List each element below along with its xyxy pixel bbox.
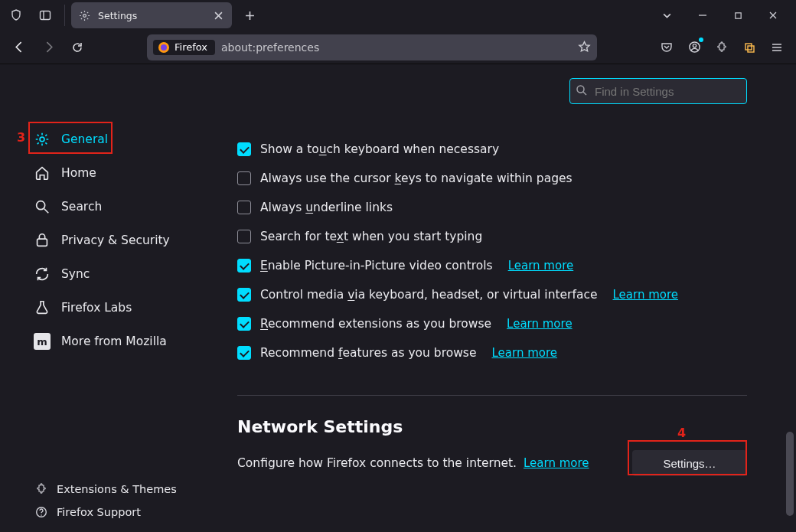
checkbox[interactable] — [237, 259, 251, 273]
search-icon — [34, 198, 51, 215]
network-settings-heading: Network Settings — [237, 417, 747, 436]
forward-button[interactable] — [35, 34, 61, 60]
preferences-content: General Home Search Privacy & Security S… — [0, 64, 796, 532]
option-label: Recommend features as you browse — [260, 346, 476, 360]
url-text: about:preferences — [221, 41, 572, 54]
navigation-bar: Firefox about:preferences — [0, 31, 796, 64]
bookmark-star-icon[interactable] — [578, 41, 591, 54]
checkbox[interactable] — [237, 171, 251, 185]
svg-point-2 — [83, 14, 86, 17]
sidebar-item-label: More from Mozilla — [61, 335, 167, 348]
option-pip: Enable Picture-in-Picture video controls… — [237, 251, 747, 280]
learn-more-link[interactable]: Learn more — [612, 288, 678, 302]
hamburger-menu[interactable] — [764, 34, 790, 60]
svg-rect-0 — [41, 11, 51, 20]
settings-main: Show a touch keyboard when necessary Alw… — [214, 64, 796, 532]
close-tab-icon[interactable] — [212, 9, 224, 21]
learn-more-link[interactable]: Learn more — [508, 259, 574, 273]
option-recommend-extensions: Recommend extensions as you browse Learn… — [237, 309, 747, 338]
identity-block[interactable]: Firefox — [153, 40, 215, 55]
sidebar-item-sync[interactable]: Sync — [31, 257, 214, 291]
checkbox[interactable] — [237, 230, 251, 243]
svg-line-12 — [583, 92, 586, 95]
learn-more-link[interactable]: Learn more — [524, 456, 589, 470]
sidebar-item-labs[interactable]: Firefox Labs — [31, 291, 214, 325]
account-icon[interactable] — [681, 34, 707, 60]
svg-rect-9 — [745, 44, 752, 50]
sidebar-item-label: Sync — [61, 267, 90, 281]
sidebar-item-label: General — [61, 132, 108, 146]
checkbox[interactable] — [237, 142, 251, 156]
identity-label: Firefox — [175, 41, 207, 53]
svg-point-6 — [161, 44, 167, 51]
window-maximize[interactable] — [721, 3, 755, 28]
svg-point-18 — [41, 514, 42, 516]
option-cursor-keys: Always use the cursor keys to navigate w… — [237, 164, 747, 193]
svg-rect-16 — [38, 239, 47, 246]
link-label: Firefox Support — [57, 506, 141, 518]
window-close[interactable] — [756, 3, 790, 28]
svg-point-14 — [37, 201, 45, 210]
sidebar-item-home[interactable]: Home — [31, 156, 214, 190]
puzzle-icon — [35, 483, 47, 495]
settings-sidebar: General Home Search Privacy & Security S… — [0, 64, 214, 532]
settings-search-input[interactable] — [569, 78, 747, 104]
sidebar-item-privacy[interactable]: Privacy & Security — [31, 224, 214, 257]
option-label: Recommend extensions as you browse — [260, 317, 491, 331]
svg-point-13 — [40, 137, 44, 142]
browser-tab[interactable]: Settings — [71, 2, 232, 28]
annotation-number-3: 3 — [17, 130, 25, 145]
divider — [237, 395, 747, 396]
mozilla-icon: m — [34, 333, 51, 350]
learn-more-link[interactable]: Learn more — [491, 346, 557, 360]
reload-button[interactable] — [64, 34, 90, 60]
window-minimize[interactable] — [686, 3, 719, 28]
option-label: Enable Picture-in-Picture video controls — [260, 259, 493, 273]
sync-icon — [34, 266, 51, 282]
sidebar-toggle-icon[interactable] — [32, 3, 58, 28]
help-icon — [35, 506, 47, 518]
checkbox[interactable] — [237, 288, 251, 302]
firefox-support-link[interactable]: Firefox Support — [35, 506, 177, 518]
gear-icon — [34, 131, 51, 148]
gear-icon — [79, 10, 90, 21]
link-label: Extensions & Themes — [57, 483, 177, 495]
svg-point-8 — [693, 44, 696, 47]
option-label: Control media via keyboard, headset, or … — [260, 288, 597, 302]
tab-title: Settings — [98, 10, 204, 21]
new-tab-button[interactable] — [238, 4, 261, 27]
pocket-icon[interactable] — [654, 34, 680, 60]
back-button[interactable] — [6, 34, 32, 60]
sidebar-item-label: Home — [61, 166, 96, 180]
sidebar-item-general[interactable]: General — [31, 122, 214, 156]
option-label: Search for text when you start typing — [260, 230, 482, 243]
checkbox[interactable] — [237, 317, 251, 331]
sidebar-item-search[interactable]: Search — [31, 190, 214, 224]
svg-rect-10 — [748, 46, 754, 52]
option-label: Show a touch keyboard when necessary — [260, 142, 499, 156]
copy-icon[interactable] — [736, 34, 762, 60]
app-menu-shield-icon[interactable] — [3, 3, 29, 28]
extensions-themes-link[interactable]: Extensions & Themes — [35, 483, 177, 495]
sidebar-item-more-mozilla[interactable]: m More from Mozilla — [31, 325, 214, 358]
url-bar[interactable]: Firefox about:preferences — [147, 34, 597, 60]
option-label: Always underline links — [260, 201, 393, 214]
vertical-scrollbar[interactable] — [785, 110, 794, 529]
learn-more-link[interactable]: Learn more — [507, 317, 573, 331]
home-icon — [34, 165, 51, 181]
network-settings-description: Configure how Firefox connects to the in… — [237, 456, 589, 470]
extensions-icon[interactable] — [709, 34, 735, 60]
network-settings-button[interactable]: Settings… — [632, 450, 747, 476]
flask-icon — [34, 299, 51, 316]
option-search-typing: Search for text when you start typing — [237, 222, 747, 251]
all-tabs-dropdown[interactable] — [655, 4, 678, 27]
sidebar-item-label: Firefox Labs — [61, 301, 132, 315]
checkbox[interactable] — [237, 346, 251, 360]
sidebar-item-label: Search — [61, 200, 102, 214]
firefox-icon — [158, 41, 170, 54]
option-media-control: Control media via keyboard, headset, or … — [237, 280, 747, 309]
svg-point-11 — [577, 86, 584, 93]
title-bar: Settings — [0, 0, 796, 31]
annotation-number-4: 4 — [677, 426, 686, 440]
checkbox[interactable] — [237, 201, 251, 214]
